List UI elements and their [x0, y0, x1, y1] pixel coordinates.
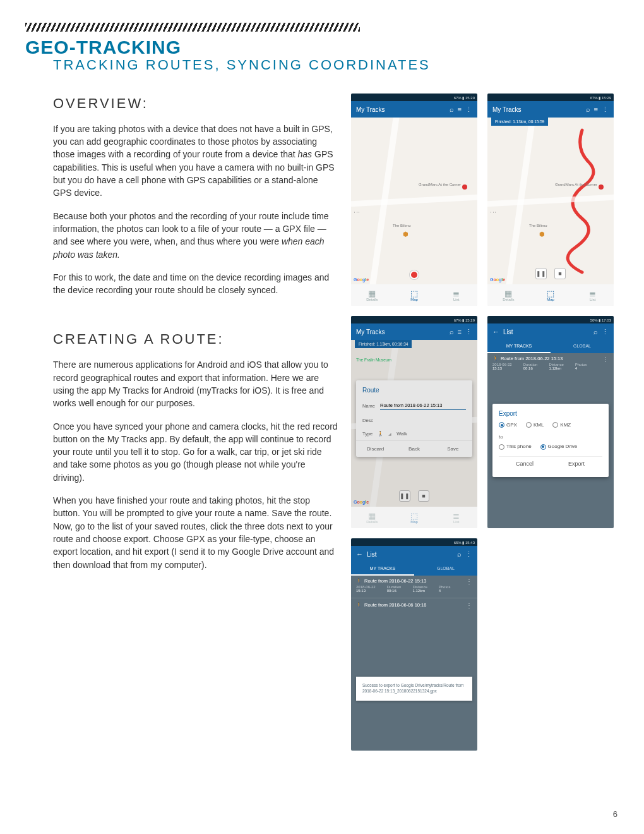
back-icon[interactable]: ← [356, 550, 363, 558]
route-name-input[interactable] [380, 401, 466, 410]
cancel-button[interactable]: Cancel [499, 457, 551, 471]
radio-google-drive[interactable]: Google Drive [540, 444, 578, 449]
format-radios: GPX KML KMZ [499, 422, 602, 428]
map-canvas[interactable]: GrandMarc At the Corner The Biltmo ⬢ ⋮ G… [351, 118, 477, 284]
nav-details[interactable]: ▦Details [487, 284, 530, 306]
app-bar: My Tracks ⌕ ≡ ⋮ [351, 323, 477, 340]
radio-gpx[interactable]: GPX [499, 422, 517, 428]
main-text-column: OVERVIEW: If you are taking photos with … [53, 94, 338, 751]
list-tabs: MY TRACKS GLOBAL [487, 340, 614, 353]
stop-button[interactable]: ■ [554, 268, 566, 279]
pause-button[interactable]: ❚❚ [535, 268, 547, 279]
more-icon[interactable]: ⋮ [602, 106, 609, 114]
bottom-nav: ▦Details ⬚Map ≣List [487, 284, 614, 306]
search-icon[interactable]: ⌕ [450, 106, 454, 113]
more-icon[interactable]: ⋮ [465, 106, 472, 114]
app-title: My Tracks [356, 329, 385, 335]
radio-kml[interactable]: KML [526, 422, 544, 428]
overview-p2: Because both your photos and the recordi… [53, 210, 338, 261]
map-menu-icon[interactable]: ⋮ [490, 209, 497, 215]
list-icon[interactable]: ≡ [458, 106, 462, 113]
nav-list[interactable]: ≣List [435, 507, 477, 528]
page-number: 6 [613, 809, 617, 819]
route-path [487, 118, 614, 282]
google-logo: Google [354, 277, 369, 282]
map-canvas[interactable]: Finished: 1.13km, 00:15:59 GrandMarc At … [487, 118, 614, 284]
type-value[interactable]: Walk [397, 431, 407, 437]
nav-list[interactable]: ≣List [435, 284, 477, 306]
creating-p3: When you have finished your route and ta… [53, 494, 338, 571]
status-bar: 65% ▮ 15:43 [351, 538, 477, 546]
to-label: to [499, 434, 602, 440]
export-button[interactable]: Export [551, 457, 602, 471]
map-poi-icon: ⬢ [402, 230, 409, 238]
nav-map[interactable]: ⬚Map [530, 284, 572, 306]
app-title: My Tracks [356, 106, 385, 113]
export-title: Export [499, 410, 602, 417]
walk-icon: 🚶 [378, 431, 383, 437]
route-list-item[interactable]: 🚶Route from 2018-06-22 15:13⋮ 2018-06-22… [487, 353, 614, 375]
overview-p3: For this to work, the date and time on t… [53, 271, 338, 297]
nav-details[interactable]: ▦Details [351, 284, 393, 306]
screenshots-column: 67% ▮ 15:29 My Tracks ⌕ ≡ ⋮ GrandMarc At… [351, 94, 619, 751]
tab-global[interactable]: GLOBAL [414, 562, 477, 576]
radio-kmz[interactable]: KMZ [552, 422, 571, 428]
google-logo: Google [354, 500, 369, 504]
back-button[interactable]: Back [395, 441, 433, 457]
nav-details[interactable]: ▦Details [351, 507, 393, 528]
success-snackbar: Success to export to Google Drive/mytrac… [356, 677, 472, 701]
app-bar: My Tracks ⌕ ≡ ⋮ [487, 101, 614, 118]
map-canvas-dim: Finished: 1.13km, 00:16:34 The Fralin Mu… [351, 340, 477, 507]
app-title: List [367, 551, 377, 558]
more-icon[interactable]: ⋮ [465, 328, 472, 336]
more-icon[interactable]: ⋮ [465, 550, 472, 559]
finished-bubble: Finished: 1.13km, 00:16:34 [355, 340, 412, 348]
app-title: My Tracks [492, 106, 522, 113]
poi-label: The Fralin Museum [356, 358, 391, 362]
radio-this-phone[interactable]: This phone [499, 444, 532, 449]
screenshot-save-dialog: 67% ▮ 15:29 My Tracks ⌕ ≡ ⋮ Finished: 1.… [351, 316, 477, 528]
list-icon[interactable]: ≡ [594, 106, 598, 113]
back-icon[interactable]: ← [492, 328, 499, 335]
nav-list[interactable]: ≣List [571, 284, 614, 306]
app-bar: My Tracks ⌕ ≡ ⋮ [351, 101, 477, 118]
dialog-title: Route [356, 380, 472, 397]
search-icon[interactable]: ⌕ [593, 328, 598, 335]
screenshot-export-success: 65% ▮ 15:43 ← List ⌕ ⋮ MY TRACKS GLOBAL … [351, 538, 477, 751]
creating-heading: CREATING A ROUTE: [53, 329, 338, 349]
item-menu-icon[interactable]: ⋮ [466, 578, 472, 585]
more-icon[interactable]: ⋮ [602, 328, 609, 336]
item-menu-icon[interactable]: ⋮ [466, 602, 472, 609]
tab-my-tracks[interactable]: MY TRACKS [351, 562, 414, 576]
discard-button[interactable]: Discard [356, 441, 395, 457]
page-title: GEO-TRACKING [25, 37, 619, 58]
list-icon[interactable]: ≡ [458, 328, 462, 335]
search-icon[interactable]: ⌕ [450, 328, 454, 335]
screenshot-map-finished: 67% ▮ 15:29 My Tracks ⌕ ≡ ⋮ Finished: 1.… [487, 94, 614, 306]
pause-button[interactable]: ❚❚ [399, 490, 410, 502]
status-bar: 67% ▮ 15:29 [351, 316, 477, 323]
nav-map[interactable]: ⬚Map [393, 507, 436, 528]
search-icon[interactable]: ⌕ [586, 106, 590, 113]
list-tabs: MY TRACKS GLOBAL [351, 562, 477, 576]
stop-button[interactable]: ■ [418, 490, 429, 502]
route-list-item[interactable]: 🚶Route from 2018-06-22 15:13⋮ 2018-06-22… [351, 576, 477, 598]
map-menu-icon[interactable]: ⋮ [354, 209, 361, 215]
nav-map[interactable]: ⬚Map [393, 284, 436, 306]
status-bar: 67% ▮ 15:29 [487, 94, 614, 101]
status-bar: 50% ▮ 17:03 [487, 316, 614, 323]
overview-p1: If you are taking photos with a device t… [53, 123, 338, 200]
route-list-item[interactable]: 🚶Route from 2018-06-06 10:18⋮ [351, 598, 477, 614]
item-menu-icon[interactable]: ⋮ [602, 356, 609, 363]
tab-my-tracks[interactable]: MY TRACKS [487, 340, 551, 353]
save-button[interactable]: Save [434, 441, 472, 457]
tab-global[interactable]: GLOBAL [551, 340, 614, 353]
bottom-nav: ▦Details ⬚Map ≣List [351, 284, 477, 306]
search-icon[interactable]: ⌕ [457, 550, 462, 558]
dest-radios: This phone Google Drive [499, 444, 602, 449]
list-body: 🚶Route from 2018-06-22 15:13⋮ 2018-06-22… [351, 576, 477, 751]
pause-stop-controls: ❚❚ ■ [399, 490, 429, 502]
pause-stop-controls: ❚❚ ■ [535, 268, 566, 279]
save-route-dialog: Route Name Desc Type 🚶 ◢ Walk [356, 380, 472, 457]
record-button[interactable] [410, 270, 419, 279]
